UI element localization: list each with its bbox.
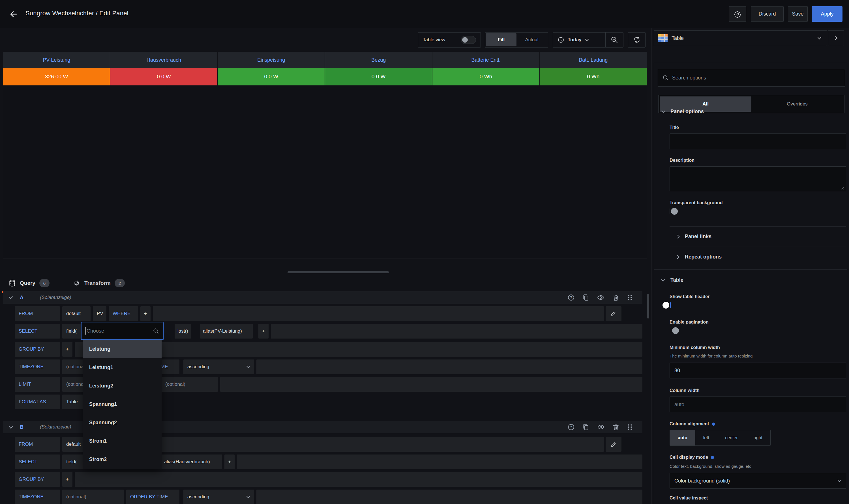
apply-button[interactable]: Apply <box>812 6 843 22</box>
table-header-cell[interactable]: Einspeisung <box>218 52 325 68</box>
dropdown-option[interactable]: Strom1 <box>83 432 162 450</box>
panel-description-textarea[interactable] <box>670 166 846 191</box>
timezone-label[interactable]: TIMEZONE <box>15 490 60 504</box>
row-filler[interactable] <box>257 359 642 374</box>
select-alias-chip[interactable]: alias(PV-Leistung) <box>200 324 253 339</box>
toggle-text-edit-button[interactable] <box>606 437 621 452</box>
min-column-width-input[interactable] <box>670 363 846 378</box>
tab-overrides[interactable]: Overrides <box>751 96 843 112</box>
row-filler[interactable] <box>257 490 642 504</box>
refresh-button[interactable] <box>628 32 645 48</box>
select-alias-chip[interactable]: alias(Hausverbrauch) <box>161 454 222 469</box>
options-search[interactable] <box>658 69 845 87</box>
limit-label[interactable]: LIMIT <box>15 377 60 392</box>
alignment-option-auto[interactable]: auto <box>670 430 695 446</box>
trash-icon[interactable] <box>612 294 619 301</box>
order-direction-select[interactable]: ascending <box>183 359 254 374</box>
drag-handle-icon[interactable] <box>627 294 633 301</box>
show-table-header-switch[interactable] <box>670 302 671 308</box>
add-select-part-button[interactable]: + <box>259 324 269 339</box>
table-header-cell[interactable]: Bezug <box>325 52 432 68</box>
column-width-input[interactable] <box>670 397 846 412</box>
panel-title-input[interactable] <box>670 133 846 149</box>
tab-transform[interactable]: Transform 2 <box>73 276 125 290</box>
dropdown-option[interactable]: Leistung <box>83 340 162 358</box>
orderby-label[interactable]: ORDER BY TIME <box>126 490 179 504</box>
panel-options-section-header[interactable]: Panel options <box>661 109 704 114</box>
transparent-bg-switch[interactable] <box>670 209 670 214</box>
dropdown-option[interactable]: Leistung1 <box>83 358 162 377</box>
help-icon[interactable]: ? <box>567 424 575 431</box>
table-header-cell[interactable]: PV-Leistung <box>3 52 110 68</box>
enable-pagination-switch[interactable] <box>671 328 671 333</box>
toggle-text-edit-button[interactable] <box>606 306 621 321</box>
table-header-cell[interactable]: Batt. Ladung <box>540 52 647 68</box>
field-segment-input[interactable]: Choose <box>81 322 163 340</box>
slimit-input[interactable]: (optional) <box>161 377 218 392</box>
select-label[interactable]: SELECT <box>15 454 60 469</box>
groupby-label[interactable]: GROUP BY <box>15 472 60 487</box>
textarea-resize-icon[interactable] <box>840 185 845 190</box>
dropdown-option[interactable]: Spannung1 <box>83 395 162 414</box>
alignment-option-right[interactable]: right <box>746 430 770 446</box>
duplicate-icon[interactable] <box>582 294 589 301</box>
chevron-down-icon <box>246 365 250 368</box>
select-label[interactable]: SELECT <box>15 324 60 339</box>
discard-button[interactable]: Discard <box>751 6 784 22</box>
drag-handle-icon[interactable] <box>627 424 633 431</box>
row-filler[interactable] <box>75 472 642 487</box>
panel-links-section-header[interactable]: Panel links <box>677 234 711 239</box>
options-search-input[interactable] <box>672 75 840 81</box>
order-direction-select[interactable]: ascending <box>183 490 254 504</box>
dropdown-option[interactable]: Leistung2 <box>83 377 162 395</box>
duplicate-icon[interactable] <box>582 424 589 431</box>
eye-icon[interactable] <box>597 294 605 301</box>
add-groupby-button[interactable]: + <box>62 342 72 357</box>
visualization-picker[interactable]: Table <box>654 30 827 46</box>
row-filler[interactable] <box>153 306 604 321</box>
groupby-label[interactable]: GROUP BY <box>15 342 60 357</box>
dropdown-option[interactable]: Strom2 <box>83 450 162 469</box>
table-section-header[interactable]: Table <box>661 277 684 283</box>
row-filler[interactable] <box>237 454 642 469</box>
pane-resize-handle[interactable] <box>287 271 389 273</box>
zoom-out-button[interactable] <box>606 33 623 47</box>
table-view-switch[interactable] <box>461 36 476 44</box>
add-groupby-button[interactable]: + <box>62 472 72 487</box>
where-label[interactable]: WHERE <box>109 306 138 321</box>
row-filler[interactable] <box>220 377 642 392</box>
query-a-header[interactable]: A (Solaranzeige) ? <box>3 291 642 304</box>
help-icon[interactable]: ? <box>567 294 575 301</box>
from-label[interactable]: FROM <box>15 306 60 321</box>
query-pane-scrollbar[interactable] <box>647 294 649 319</box>
add-condition-button[interactable]: + <box>140 306 151 321</box>
save-button[interactable]: Save <box>788 6 808 22</box>
from-database-chip[interactable]: default <box>62 306 91 321</box>
row-filler[interactable] <box>271 324 642 339</box>
alignment-option-left[interactable]: left <box>695 430 717 446</box>
table-header-cell[interactable]: Batterie Entl. <box>432 52 540 68</box>
back-button[interactable] <box>8 8 19 20</box>
from-measurement-chip[interactable]: PV <box>93 306 106 321</box>
format-as-label[interactable]: FORMAT AS <box>15 395 60 409</box>
row-filler[interactable] <box>93 437 604 452</box>
cell-display-mode-select[interactable]: Color background (solid) <box>670 473 846 489</box>
time-picker-button[interactable]: Today <box>553 33 605 47</box>
timezone-input[interactable]: (optional) <box>62 490 124 504</box>
table-header-cell[interactable]: Hausverbrauch <box>110 52 218 68</box>
actual-option[interactable]: Actual <box>516 33 547 47</box>
collapse-options-button[interactable] <box>828 30 844 46</box>
eye-icon[interactable] <box>597 424 605 431</box>
from-label[interactable]: FROM <box>15 437 60 452</box>
add-select-part-button[interactable]: + <box>225 454 235 469</box>
panel-settings-button[interactable] <box>729 6 746 22</box>
alignment-option-center[interactable]: center <box>717 430 745 446</box>
trash-icon[interactable] <box>612 424 619 431</box>
fill-option[interactable]: Fill <box>486 33 516 47</box>
search-icon <box>153 328 159 334</box>
tab-query[interactable]: Query 6 <box>8 276 50 290</box>
timezone-label[interactable]: TIMEZONE <box>15 359 60 374</box>
dropdown-option[interactable]: Spannung2 <box>83 414 162 432</box>
select-fn-chip[interactable]: last() <box>175 324 191 339</box>
repeat-options-section-header[interactable]: Repeat options <box>677 254 722 260</box>
